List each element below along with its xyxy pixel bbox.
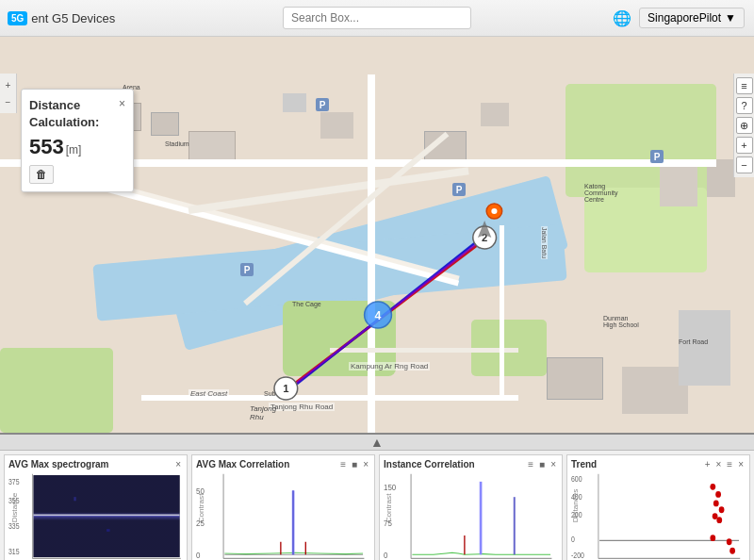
svg-rect-17 bbox=[74, 497, 75, 501]
svg-text:Distances: Distances bbox=[572, 488, 580, 522]
building-5 bbox=[320, 112, 353, 139]
charts-area: ▲ AVG Max spectrogram × bbox=[0, 433, 754, 560]
svg-text:Contrast: Contrast bbox=[385, 493, 393, 523]
chart-spectrogram-controls: × bbox=[173, 459, 183, 469]
svg-point-66 bbox=[710, 535, 715, 541]
distance-value-display: 553 [m] bbox=[29, 135, 125, 159]
svg-text:-200: -200 bbox=[571, 552, 584, 560]
building-8 bbox=[547, 357, 603, 400]
search-box-container[interactable] bbox=[283, 7, 471, 29]
distance-unit: [m] bbox=[66, 143, 82, 156]
zoom-in-rt-button[interactable]: + bbox=[736, 137, 753, 154]
chart-avg-correlation-close[interactable]: × bbox=[361, 459, 370, 469]
app-title: ent G5 Devices bbox=[31, 11, 115, 25]
svg-point-64 bbox=[713, 513, 718, 519]
chart-avg-correlation-controls: ≡ ■ × bbox=[338, 459, 370, 469]
chart-instance-correlation-header: Instance Correlation ≡ ■ × bbox=[384, 459, 558, 469]
chart-trend-title: Trend bbox=[571, 459, 597, 469]
chart-trend-menu[interactable]: ≡ bbox=[725, 459, 734, 469]
chart-trend-close2[interactable]: × bbox=[736, 459, 746, 469]
parking-2: P bbox=[650, 150, 664, 163]
chart-trend-close1[interactable]: × bbox=[713, 459, 723, 469]
svg-point-60 bbox=[710, 484, 715, 490]
svg-text:315: 315 bbox=[8, 548, 20, 557]
chart-spectrogram: AVG Max spectrogram × bbox=[4, 454, 188, 560]
chart-instance-correlation-controls: ≡ ■ × bbox=[526, 459, 558, 469]
layers-button[interactable]: ⊕ bbox=[736, 117, 753, 134]
building-4 bbox=[283, 93, 306, 112]
chart-avg-correlation-title: AVG Max Correlation bbox=[196, 459, 289, 469]
chart-trend: Trend + × ≡ × bbox=[566, 454, 750, 560]
chart-instance-correlation-title: Instance Correlation bbox=[384, 459, 475, 469]
distance-number: 553 bbox=[29, 135, 64, 159]
chart-instance-correlation: Instance Correlation ≡ ■ × bbox=[379, 454, 563, 560]
svg-point-61 bbox=[715, 491, 721, 498]
label-katong: KatongCommunityCentre bbox=[584, 183, 617, 203]
svg-text:0: 0 bbox=[571, 535, 575, 544]
svg-text:335: 335 bbox=[8, 522, 20, 532]
chart-spectrogram-header: AVG Max spectrogram × bbox=[8, 459, 183, 469]
svg-text:0: 0 bbox=[196, 552, 201, 560]
chart-avg-correlation-header: AVG Max Correlation ≡ ■ × bbox=[196, 459, 370, 469]
road-kampung bbox=[330, 348, 518, 353]
chart-avg-correlation: AVG Max Correlation ≡ ■ × bbox=[191, 454, 375, 560]
distance-panel-header: DistanceCalculation: × bbox=[29, 97, 125, 131]
chart-trend-body: 600 400 200 0 -200 19/01 20/01 Distances bbox=[571, 471, 746, 560]
charts-handle[interactable]: ▲ bbox=[0, 435, 754, 451]
svg-text:375: 375 bbox=[8, 477, 20, 486]
parking-1: P bbox=[316, 98, 329, 111]
right-toolbar: ≡ ? ⊕ + − bbox=[733, 74, 754, 177]
building-2 bbox=[151, 112, 179, 136]
road-jalan-batu bbox=[500, 225, 504, 395]
dropdown-arrow-icon: ▼ bbox=[725, 11, 736, 25]
map-container[interactable]: Ayer Rajah Expressway East Coast Jalan B… bbox=[0, 37, 754, 433]
search-input[interactable] bbox=[283, 7, 471, 29]
header-right-controls: 🌐 SingaporePilot ▼ bbox=[613, 8, 754, 28]
left-toolbar: + − bbox=[0, 74, 17, 113]
profile-button[interactable]: SingaporePilot ▼ bbox=[639, 8, 745, 28]
zoom-out-button[interactable]: − bbox=[1, 94, 16, 109]
road-label-jalan-batu: Jalan Batu bbox=[541, 226, 548, 259]
building-7 bbox=[481, 103, 509, 126]
chart-instance-correlation-close[interactable]: × bbox=[549, 459, 558, 469]
delete-button[interactable]: 🗑 bbox=[29, 165, 54, 184]
header-bar: 5G ent G5 Devices 🌐 SingaporePilot ▼ bbox=[0, 0, 754, 37]
distance-panel-close[interactable]: × bbox=[119, 97, 125, 110]
chart-spectrogram-close[interactable]: × bbox=[173, 459, 183, 469]
svg-point-62 bbox=[713, 501, 719, 507]
chart-spectrogram-body: 375 355 335 315 100 300 500 700 Distance… bbox=[8, 471, 183, 560]
chart-avg-correlation-body: 0 25 50 -1 0 1 Contrast Distance bbox=[196, 471, 370, 560]
svg-rect-18 bbox=[107, 529, 109, 532]
profile-name: SingaporePilot bbox=[647, 11, 721, 25]
chart-avg-correlation-snap[interactable]: ■ bbox=[350, 459, 359, 469]
parking-3: P bbox=[240, 263, 254, 276]
label-substation: Substation bbox=[264, 390, 295, 397]
svg-text:150: 150 bbox=[384, 484, 397, 492]
park-6 bbox=[0, 348, 113, 433]
road-label-kampung: Kampung Ar Rng Road bbox=[349, 362, 430, 371]
logo-area: 5G ent G5 Devices bbox=[0, 11, 123, 25]
road-label-east-coast: East Coast bbox=[188, 389, 229, 398]
chart-spectrogram-title: AVG Max spectrogram bbox=[8, 459, 109, 469]
zoom-in-button[interactable]: + bbox=[1, 77, 16, 92]
help-button[interactable]: ? bbox=[736, 97, 753, 114]
label-tanjong-rhu: TanjongRhu bbox=[250, 404, 276, 421]
distance-panel-title: DistanceCalculation: bbox=[29, 97, 99, 131]
svg-point-65 bbox=[716, 517, 722, 523]
svg-text:Contrast: Contrast bbox=[197, 493, 205, 523]
panel-actions: 🗑 bbox=[29, 165, 125, 184]
globe-icon[interactable]: 🌐 bbox=[613, 9, 631, 27]
chart-instance-correlation-menu[interactable]: ≡ bbox=[526, 459, 535, 469]
chart-trend-add[interactable]: + bbox=[703, 459, 713, 469]
parking-4: P bbox=[452, 183, 466, 196]
zoom-out-rt-button[interactable]: − bbox=[736, 156, 753, 173]
logo-5g-badge: 5G bbox=[8, 11, 27, 25]
svg-point-68 bbox=[729, 548, 735, 554]
tanjong-rhu-road-label: Tanjong Rhu Road bbox=[269, 403, 335, 411]
label-dunman: DunmanHigh School bbox=[603, 315, 639, 328]
menu-button[interactable]: ≡ bbox=[736, 77, 753, 94]
chart-avg-correlation-menu[interactable]: ≡ bbox=[338, 459, 348, 469]
svg-text:Distance: Distance bbox=[11, 493, 19, 523]
svg-point-63 bbox=[719, 506, 725, 513]
chart-instance-correlation-snap[interactable]: ■ bbox=[537, 459, 547, 469]
